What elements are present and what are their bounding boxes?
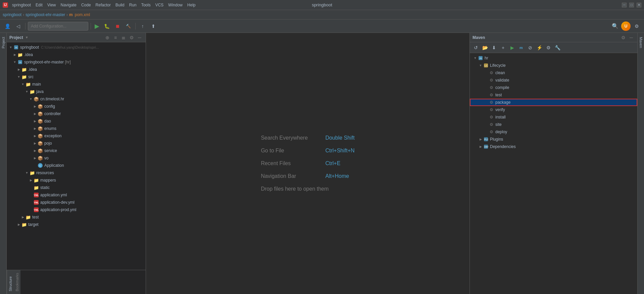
maven-item-install[interactable]: ▶ ⚙ install — [470, 113, 637, 121]
structure-tab[interactable]: Structure — [7, 270, 14, 294]
yml-icon-prod: YML — [34, 207, 39, 212]
expand-all-button[interactable]: ≣ — [120, 34, 127, 41]
tree-item-main[interactable]: ▼ 📁 main — [7, 81, 146, 88]
tree-item-dao[interactable]: ▶ 📦 dao — [7, 117, 146, 125]
maven-mvn-button[interactable]: m — [517, 44, 525, 52]
label-ehr-master: springboot-ehr-master [hr] — [24, 60, 71, 64]
search-everywhere-button[interactable]: 🔍 — [610, 21, 620, 31]
maven-item-compile[interactable]: ▶ ⚙ compile — [470, 84, 637, 91]
menu-tools[interactable]: Tools — [139, 2, 153, 8]
tree-item-java[interactable]: ▼ 📁 java — [7, 88, 146, 95]
close-button[interactable]: ✕ — [637, 3, 641, 7]
maven-spark-button[interactable]: ⚡ — [535, 44, 543, 52]
tree-item-idea-2[interactable]: ▶ 📁 .idea — [7, 66, 146, 73]
maven-add-button[interactable]: + — [499, 44, 507, 52]
maven-run-button[interactable]: ▶ — [508, 44, 516, 52]
maven-item-lifecycle[interactable]: ▼ LC Lifecycle — [470, 62, 637, 69]
menu-view[interactable]: View — [45, 2, 58, 8]
menu-file[interactable]: springboot — [10, 2, 33, 8]
tree-item-test[interactable]: ▶ 📁 test — [7, 213, 146, 221]
tree-item-mappers[interactable]: ▶ 📁 mappers — [7, 177, 146, 184]
maven-item-hr[interactable]: ▼ m hr — [470, 54, 637, 62]
menu-edit[interactable]: Edit — [34, 2, 45, 8]
debug-button[interactable]: 🐛 — [102, 21, 111, 31]
tree-item-service[interactable]: ▶ 📦 service — [7, 147, 146, 154]
maven-item-verify[interactable]: ▶ ⚙ verify — [470, 106, 637, 113]
tree-item-application[interactable]: ▶ C Application — [7, 162, 146, 169]
breadcrumb-springboot[interactable]: springboot — [3, 12, 21, 17]
maven-open-button[interactable]: 📂 — [481, 44, 489, 52]
tree-item-springboot[interactable]: ▼ m springboot C:\Users\dehui.yang\Deskt… — [7, 44, 146, 51]
tree-item-src[interactable]: ▼ 📁 src — [7, 73, 146, 81]
breadcrumb-filename[interactable]: pom.xml — [75, 12, 90, 17]
back-button[interactable]: ◁ — [13, 21, 23, 31]
stop-button[interactable]: ⏹ — [113, 21, 122, 31]
maven-wrench-button[interactable]: 🔧 — [553, 44, 561, 52]
maven-reload-button[interactable]: ↺ — [472, 44, 480, 52]
arrow-enums: ▶ — [32, 126, 38, 131]
maven-item-package[interactable]: ▶ ⚙ package — [470, 99, 637, 106]
run-config-input[interactable] — [28, 22, 88, 31]
maven-item-dependencies[interactable]: ▶ DEP Dependencies — [470, 143, 637, 150]
user-avatar[interactable]: U — [621, 21, 631, 31]
tree-item-pojo[interactable]: ▶ 📦 pojo — [7, 140, 146, 147]
git-update-button[interactable]: ↑ — [138, 21, 147, 31]
maven-skip-tests-button[interactable]: ⊘ — [526, 44, 534, 52]
project-panel: Project ▼ ⊕ ≡ ≣ ⚙ ─ ▼ m springboot C:\Us… — [7, 33, 146, 294]
maven-hide-button[interactable]: ─ — [628, 34, 635, 41]
build-button[interactable]: 🔨 — [123, 21, 133, 31]
sidebar-tab-maven[interactable]: Maven — [638, 34, 644, 51]
tree-item-exception[interactable]: ▶ 📦 exception — [7, 132, 146, 140]
menu-refactor[interactable]: Refactor — [94, 2, 113, 8]
git-push-button[interactable]: ⬆ — [149, 21, 158, 31]
menu-code[interactable]: Code — [79, 2, 93, 8]
tree-item-app-dev-yml[interactable]: ▶ YML application-dev.yml — [7, 199, 146, 206]
maven-item-validate[interactable]: ▶ ⚙ validate — [470, 77, 637, 84]
svg-text:m: m — [15, 46, 17, 49]
maven-download-button[interactable]: ⬇ — [490, 44, 498, 52]
panel-hide-button[interactable]: ─ — [136, 34, 143, 41]
tree-item-controller[interactable]: ▶ 📦 controller — [7, 110, 146, 117]
menu-vcs[interactable]: VCS — [153, 2, 166, 8]
menu-run[interactable]: Run — [127, 2, 139, 8]
breadcrumb-ehr-master[interactable]: springboot-ehr-master — [26, 12, 65, 17]
maven-item-clean[interactable]: ▶ ⚙ clean — [470, 69, 637, 77]
sidebar-tab-project[interactable]: Project — [1, 34, 6, 51]
tree-item-enums[interactable]: ▶ 📦 enums — [7, 125, 146, 132]
bookmarks-tab[interactable]: Bookmarks — [14, 270, 20, 294]
minimize-button[interactable]: ─ — [622, 3, 627, 7]
tree-item-idea-1[interactable]: ▶ 📁 .idea — [7, 51, 146, 58]
label-compile: compile — [495, 85, 509, 90]
collapse-all-button[interactable]: ≡ — [112, 34, 119, 41]
label-mappers: mappers — [40, 178, 56, 183]
tree-item-config[interactable]: ▶ 📦 config — [7, 103, 146, 110]
tree-item-static[interactable]: ▶ 📁 static — [7, 184, 146, 191]
maven-item-test[interactable]: ▶ ⚙ test — [470, 91, 637, 99]
locate-file-button[interactable]: ⊕ — [104, 34, 111, 41]
tree-item-resources[interactable]: ▼ 📁 resources — [7, 169, 146, 177]
run-button[interactable]: ▶ — [93, 22, 101, 31]
maven-settings-button[interactable]: ⚙ — [620, 34, 627, 41]
tree-item-target[interactable]: ▶ 📁 target — [7, 221, 146, 228]
menu-help[interactable]: Help — [185, 2, 198, 8]
maven-item-deploy[interactable]: ▶ ⚙ deploy — [470, 128, 637, 136]
maven-filter-button[interactable]: ⚙ — [544, 44, 552, 52]
menu-navigate[interactable]: Navigate — [59, 2, 79, 8]
vcs-button[interactable]: 👤 — [3, 21, 12, 31]
menu-bar: springboot Edit View Navigate Code Refac… — [10, 2, 198, 8]
maven-item-site[interactable]: ▶ ⚙ site — [470, 121, 637, 128]
tree-item-app-prod-yml[interactable]: ▶ YML application-prod.yml — [7, 206, 146, 213]
label-vo: vo — [44, 156, 49, 160]
panel-settings-button[interactable]: ⚙ — [128, 34, 135, 41]
tree-item-app-yml[interactable]: ▶ YML application.yml — [7, 191, 146, 199]
tree-item-package-root[interactable]: ▼ 📦 cn.timelost.hr — [7, 95, 146, 103]
maven-item-plugins[interactable]: ▶ PLG Plugins — [470, 136, 637, 143]
tree-item-ehr-master[interactable]: ▼ m springboot-ehr-master [hr] — [7, 58, 146, 66]
arrow-target: ▶ — [16, 222, 21, 227]
project-dropdown[interactable]: ▼ — [25, 36, 29, 39]
menu-build[interactable]: Build — [113, 2, 127, 8]
maximize-button[interactable]: □ — [629, 3, 634, 7]
settings-button[interactable]: ⚙ — [632, 21, 641, 31]
menu-window[interactable]: Window — [166, 2, 185, 8]
tree-item-vo[interactable]: ▶ 📦 vo — [7, 154, 146, 162]
